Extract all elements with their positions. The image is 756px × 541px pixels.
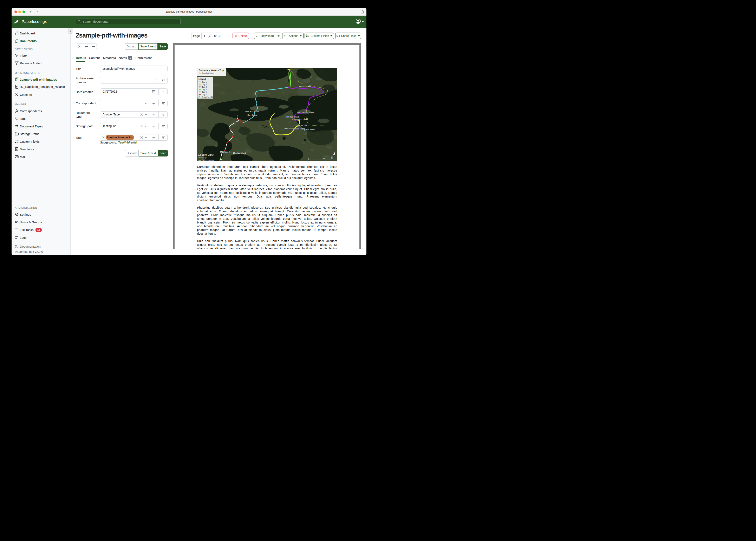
svg-text:Image © 2017 DigitalGlobe: Image © 2017 DigitalGlobe: [198, 159, 214, 161]
svg-text:© 2017 Google: © 2017 Google: [198, 157, 207, 159]
svg-text:Legend: Legend: [198, 78, 206, 80]
svg-text:Charlies Island: Charlies Island: [233, 152, 246, 154]
svg-text:Day 2: Day 2: [202, 84, 207, 86]
svg-text:Gary Island: Gary Island: [247, 114, 258, 116]
svg-text:Day 1: Day 1: [202, 81, 207, 83]
svg-text:N: N: [331, 156, 333, 159]
svg-text:Half Dog Island: Half Dog Island: [286, 116, 299, 118]
svg-text:Squirrel Island: Squirrel Island: [302, 129, 315, 131]
svg-text:Day 3: Day 3: [202, 86, 207, 88]
svg-text:Text: Text: [262, 124, 269, 129]
svg-text:3 mi: 3 mi: [321, 157, 325, 160]
svg-text:Google Earth: Google Earth: [198, 153, 214, 156]
svg-text:Boundary Waters Trip: Boundary Waters Trip: [199, 69, 224, 72]
svg-text:Hausons Island: Hausons Island: [298, 86, 311, 88]
svg-text:Canoe Island: Canoe Island: [283, 127, 294, 130]
svg-text:Indian Grave Island: Indian Grave Island: [297, 112, 314, 114]
svg-text:Day 4: Day 4: [202, 89, 207, 91]
svg-text:Lincoln Island: Lincoln Island: [297, 124, 309, 126]
svg-text:Entry Point 24: Entry Point 24: [202, 96, 213, 98]
svg-text:Day 6: Day 6: [202, 94, 207, 96]
svg-text:New York Island: New York Island: [245, 110, 259, 113]
svg-text:Washington Island: Washington Island: [292, 118, 308, 120]
svg-text:Day 5: Day 5: [202, 91, 207, 93]
svg-text:Mile Island: Mile Island: [220, 151, 229, 153]
svg-text:Six days in BWCA: Six days in BWCA: [199, 72, 214, 74]
